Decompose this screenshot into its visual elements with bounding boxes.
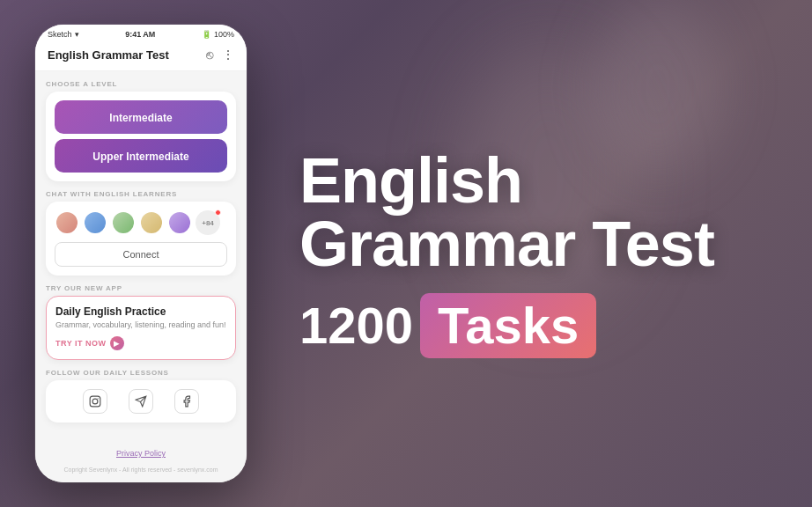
telegram-icon[interactable] — [129, 389, 153, 414]
new-app-section-wrapper: TRY OUR NEW APP Daily English Practice G… — [46, 284, 236, 360]
carrier-text: Sketch — [48, 30, 72, 39]
avatar-4 — [139, 210, 164, 235]
chat-section-wrapper: CHAT WITH ENGLISH LEARNERS +84 Connect — [46, 190, 236, 276]
instagram-icon[interactable] — [83, 389, 107, 414]
social-section-wrapper: FOLLOW OUR DAILY LESSONS — [46, 369, 236, 422]
avatars-row: +84 — [55, 210, 227, 235]
avatar-1 — [55, 210, 79, 235]
new-app-title: Daily English Practice — [55, 305, 226, 318]
avatar-2 — [83, 210, 107, 235]
phone-mockup: Sketch ▾ 9:41 AM 🔋 100% English Grammar … — [35, 25, 247, 482]
social-label: FOLLOW OUR DAILY LESSONS — [46, 369, 236, 377]
hero-title-line2: Grammar Test — [299, 212, 714, 276]
level-section: CHOOSE A LEVEL Intermediate Upper Interm… — [46, 80, 236, 181]
new-app-label: TRY OUR NEW APP — [46, 284, 236, 292]
copyright-text: Copright Sevenlynx - All rights reserved… — [63, 467, 218, 473]
wifi-icon: ▾ — [75, 30, 79, 39]
battery-icon: 🔋 — [202, 30, 211, 39]
level-upper-intermediate-text: Upper Intermediate — [92, 151, 188, 163]
choose-level-label: CHOOSE A LEVEL — [46, 80, 236, 88]
more-icon[interactable]: ⋮ — [222, 48, 234, 62]
phone-footer: Privacy Policy Copright Sevenlynx - All … — [35, 444, 247, 482]
svg-point-1 — [92, 399, 98, 404]
status-time: 9:41 AM — [125, 30, 155, 39]
svg-rect-0 — [90, 396, 100, 407]
level-cards: Intermediate Upper Intermediate — [46, 92, 236, 181]
try-it-now-button[interactable]: TRY IT NOW ▶ — [55, 336, 226, 350]
avatar-5 — [167, 210, 192, 235]
connect-button[interactable]: Connect — [55, 242, 227, 267]
social-icons-row — [55, 389, 227, 414]
social-section — [46, 380, 236, 422]
tasks-number: 1200 — [299, 300, 413, 351]
status-right: 🔋 100% — [202, 30, 234, 39]
avatar-count-text: +84 — [202, 219, 214, 227]
share-icon[interactable]: ⎋ — [206, 48, 213, 62]
chat-label: CHAT WITH ENGLISH LEARNERS — [46, 190, 236, 198]
avatar-count: +84 — [196, 210, 220, 235]
privacy-policy-link[interactable]: Privacy Policy — [46, 449, 236, 458]
hero-title-line1: English — [299, 149, 714, 212]
try-arrow-icon: ▶ — [110, 336, 124, 350]
hero-content: English Grammar Test 1200 Tasks — [282, 149, 777, 358]
header-actions: ⎋ ⋮ — [206, 48, 234, 62]
new-app-section: Daily English Practice Grammar, vocabula… — [46, 296, 236, 360]
tasks-label: Tasks — [420, 293, 596, 358]
main-content: Sketch ▾ 9:41 AM 🔋 100% English Grammar … — [0, 0, 812, 507]
phone-body: CHOOSE A LEVEL Intermediate Upper Interm… — [35, 71, 247, 444]
facebook-icon[interactable] — [174, 389, 199, 414]
chat-section: +84 Connect — [46, 202, 236, 276]
level-intermediate-text: Intermediate — [109, 112, 172, 124]
phone-header-title: English Grammar Test — [48, 48, 169, 62]
notification-dot — [215, 209, 221, 216]
phone-header: English Grammar Test ⎋ ⋮ — [35, 42, 247, 71]
status-left: Sketch ▾ — [48, 30, 79, 39]
new-app-desc: Grammar, vocabulary, listening, reading … — [55, 320, 226, 329]
try-it-now-text: TRY IT NOW — [55, 339, 107, 348]
avatar-3 — [111, 210, 136, 235]
hero-title: English Grammar Test — [299, 149, 714, 276]
battery-text: 100% — [214, 30, 234, 39]
status-bar: Sketch ▾ 9:41 AM 🔋 100% — [35, 25, 247, 42]
svg-point-2 — [98, 398, 99, 399]
tasks-row: 1200 Tasks — [299, 293, 596, 358]
level-card-upper-intermediate[interactable]: Upper Intermediate — [55, 139, 227, 173]
level-card-intermediate[interactable]: Intermediate — [55, 100, 227, 134]
